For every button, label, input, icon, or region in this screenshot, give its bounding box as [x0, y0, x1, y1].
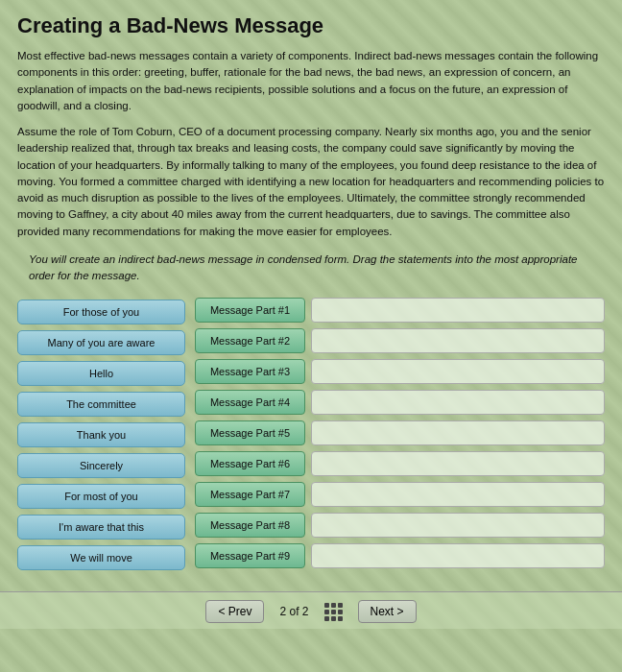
instruction-text: You will create an indirect bad-news mes… — [17, 252, 605, 285]
page-title: Creating a Bad-News Message — [17, 13, 605, 38]
source-hello[interactable]: Hello — [17, 361, 185, 386]
target-label-1: Message Part #1 — [195, 298, 305, 323]
target-label-6: Message Part #6 — [195, 451, 305, 476]
intro-text: Most effective bad-news messages contain… — [17, 48, 605, 114]
target-slot-3[interactable] — [311, 359, 605, 384]
target-labels: Message Part #1 Message Part #2 Message … — [195, 298, 305, 570]
target-slot-5[interactable] — [311, 420, 605, 445]
scenario-text: Assume the role of Tom Coburn, CEO of a … — [17, 124, 605, 240]
target-slot-6[interactable] — [311, 451, 605, 476]
target-slot-8[interactable] — [311, 513, 605, 538]
footer: < Prev 2 of 2 Next > — [0, 591, 622, 629]
target-label-4: Message Part #4 — [195, 390, 305, 415]
target-slot-7[interactable] — [311, 482, 605, 507]
next-button[interactable]: Next > — [358, 600, 417, 623]
target-label-7: Message Part #7 — [195, 482, 305, 507]
target-slot-9[interactable] — [311, 543, 605, 568]
target-slots — [311, 298, 605, 570]
drag-targets-wrapper: Message Part #1 Message Part #2 Message … — [195, 298, 605, 570]
target-slot-2[interactable] — [311, 328, 605, 353]
target-label-3: Message Part #3 — [195, 359, 305, 384]
source-committee[interactable]: The committee — [17, 392, 185, 417]
source-thank-you[interactable]: Thank you — [17, 422, 185, 447]
source-we-will[interactable]: We will move — [17, 545, 185, 570]
target-label-9: Message Part #9 — [195, 543, 305, 568]
target-label-5: Message Part #5 — [195, 420, 305, 445]
target-label-8: Message Part #8 — [195, 513, 305, 538]
grid-icon — [324, 603, 343, 621]
target-label-2: Message Part #2 — [195, 328, 305, 353]
source-for-those[interactable]: For those of you — [17, 300, 185, 324]
drag-sources: For those of you Many of you are aware H… — [17, 298, 195, 570]
source-for-most[interactable]: For most of you — [17, 484, 185, 509]
source-many-aware[interactable]: Many of you are aware — [17, 330, 185, 355]
prev-button[interactable]: < Prev — [205, 600, 264, 623]
source-sincerely[interactable]: Sincerely — [17, 453, 185, 478]
target-slot-1[interactable] — [311, 298, 605, 323]
page-info: 2 of 2 — [279, 605, 308, 618]
source-im-aware[interactable]: I'm aware that this — [17, 515, 185, 540]
target-slot-4[interactable] — [311, 390, 605, 415]
drag-area: For those of you Many of you are aware H… — [17, 298, 605, 570]
